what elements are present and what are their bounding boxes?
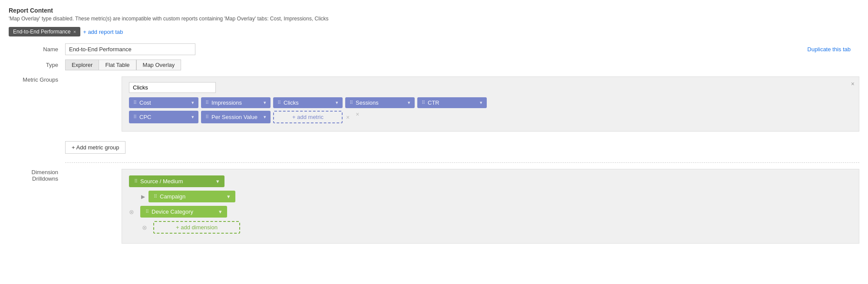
metric-label-sessions: Sessions	[356, 99, 379, 106]
dim-chip-campaign[interactable]: ⠿ Campaign ▾	[149, 191, 235, 202]
add-metric-row: + add metric ×	[273, 111, 350, 123]
drag-icon-campaign: ⠿	[154, 194, 157, 199]
drag-icon-clicks: ⠿	[277, 100, 281, 106]
active-tab-label: End-to-End Performance	[13, 29, 71, 35]
metric-chip-impressions[interactable]: ⠿ Impressions ▾	[201, 97, 271, 108]
metric-groups-section: × ⠿ Cost ▾ ⠿ Impressions ▾ ⠿	[122, 76, 859, 132]
drag-icon-impressions: ⠿	[205, 100, 209, 106]
metrics-row-2: ⠿ CPC ▾ ⠿ Per Session Value ▾ + add metr…	[129, 111, 852, 123]
page-container: Report Content 'Map Overlay' type disabl…	[0, 0, 868, 251]
metric-chip-clicks[interactable]: ⠿ Clicks ▾	[273, 97, 343, 108]
metric-group-x-icon-1[interactable]: ×	[346, 114, 350, 121]
dropdown-arrow-sessions[interactable]: ▾	[408, 100, 410, 106]
metric-chip-ctr[interactable]: ⠿ CTR ▾	[417, 97, 487, 108]
dim-chip-device-category[interactable]: ⠿ Device Category ▾	[140, 206, 227, 218]
metric-groups-label: Metric Groups	[9, 76, 65, 83]
metric-group-name-input[interactable]	[129, 82, 216, 93]
metric-chip-per-session-value[interactable]: ⠿ Per Session Value ▾	[201, 111, 271, 123]
dimension-drilldowns-label: Dimension Drilldowns	[9, 169, 65, 182]
name-input[interactable]	[65, 43, 195, 55]
dim-label-device-category: Device Category	[152, 208, 193, 215]
dropdown-arrow-cpc[interactable]: ▾	[191, 114, 194, 120]
drag-icon-cpc: ⠿	[133, 114, 137, 120]
duplicate-tab-link[interactable]: Duplicate this tab	[807, 46, 859, 53]
name-row: Name Duplicate this tab	[9, 43, 859, 55]
dim-row-device-category: ⊗ ⠿ Device Category ▾	[129, 206, 852, 218]
type-map-overlay-button[interactable]: Map Overlay	[136, 59, 182, 70]
dim-row-add: ⊗ + add dimension	[142, 221, 852, 234]
dropdown-arrow-clicks[interactable]: ▾	[336, 100, 338, 106]
metric-label-clicks: Clicks	[284, 99, 299, 106]
drag-icon-sessions: ⠿	[350, 100, 353, 106]
dropdown-arrow-ctr[interactable]: ▾	[480, 100, 482, 106]
metric-label-cpc: CPC	[139, 114, 151, 120]
drag-icon-device-category: ⠿	[145, 209, 149, 215]
add-report-tab-link[interactable]: + add report tab	[83, 29, 123, 35]
dropdown-arrow-impressions[interactable]: ▾	[264, 100, 266, 106]
metric-label-ctr: CTR	[428, 99, 439, 106]
add-metric-group-button[interactable]: + Add metric group	[65, 141, 125, 154]
type-label: Type	[9, 62, 65, 68]
metric-group-close-icon[interactable]: ×	[851, 80, 855, 87]
drag-icon-cost: ⠿	[133, 100, 137, 106]
tab-close-icon[interactable]: ×	[73, 29, 76, 34]
drag-icon-per-session-value: ⠿	[205, 114, 209, 120]
metric-label-impressions: Impressions	[211, 99, 242, 106]
metric-chip-sessions[interactable]: ⠿ Sessions ▾	[345, 97, 415, 108]
dim-label-campaign: Campaign	[160, 193, 185, 200]
dim-remove-device-category[interactable]: ⊗	[129, 208, 134, 215]
dim-label-source-medium: Source / Medium	[140, 178, 183, 185]
metric-chip-cpc[interactable]: ⠿ CPC ▾	[129, 111, 198, 123]
active-tab[interactable]: End-to-End Performance ×	[9, 27, 80, 36]
type-explorer-button[interactable]: Explorer	[65, 59, 99, 70]
dropdown-arrow-campaign[interactable]: ▾	[227, 193, 230, 200]
type-flat-table-button[interactable]: Flat Table	[99, 59, 136, 70]
name-label: Name	[9, 46, 65, 53]
dimension-drilldowns-wrapper: Dimension Drilldowns ⠿ Source / Medium ▾…	[9, 169, 859, 244]
warning-message: 'Map Overlay' type disabled. These metri…	[9, 16, 859, 22]
dimension-section: ⠿ Source / Medium ▾ ▶ ⠿ Campaign ▾	[122, 169, 859, 244]
dim-chip-source-medium[interactable]: ⠿ Source / Medium ▾	[129, 175, 224, 187]
chevron-right-icon-campaign[interactable]: ▶	[141, 194, 145, 200]
add-dimension-button[interactable]: + add dimension	[153, 221, 240, 234]
metrics-row-1: ⠿ Cost ▾ ⠿ Impressions ▾ ⠿ Clicks ▾	[129, 97, 852, 108]
add-metric-button[interactable]: + add metric	[273, 111, 343, 123]
dim-row-source-medium: ⠿ Source / Medium ▾	[129, 175, 852, 187]
type-buttons: Explorer Flat Table Map Overlay	[65, 59, 181, 70]
metric-label-cost: Cost	[139, 99, 151, 106]
drag-icon-ctr: ⠿	[422, 100, 425, 106]
dropdown-arrow-per-session-value[interactable]: ▾	[264, 114, 266, 120]
metric-groups-wrapper: Metric Groups × ⠿ Cost ▾ ⠿ Impressions ▾	[9, 76, 859, 154]
dropdown-arrow-source-medium[interactable]: ▾	[216, 178, 219, 185]
type-row: Type Explorer Flat Table Map Overlay	[9, 59, 859, 70]
metric-group-x-icon-2[interactable]: ×	[356, 111, 359, 123]
tabs-bar: End-to-End Performance × + add report ta…	[9, 27, 859, 36]
dim-row-campaign: ▶ ⠿ Campaign ▾	[129, 191, 852, 202]
drag-icon-source-medium: ⠿	[134, 178, 138, 184]
metric-label-per-session-value: Per Session Value	[211, 114, 257, 120]
metric-chip-cost[interactable]: ⠿ Cost ▾	[129, 97, 198, 108]
report-content-title: Report Content	[9, 7, 859, 14]
dropdown-arrow-cost[interactable]: ▾	[191, 100, 194, 106]
dim-add-remove-icon[interactable]: ⊗	[142, 224, 147, 231]
dropdown-arrow-device-category[interactable]: ▾	[219, 208, 222, 215]
